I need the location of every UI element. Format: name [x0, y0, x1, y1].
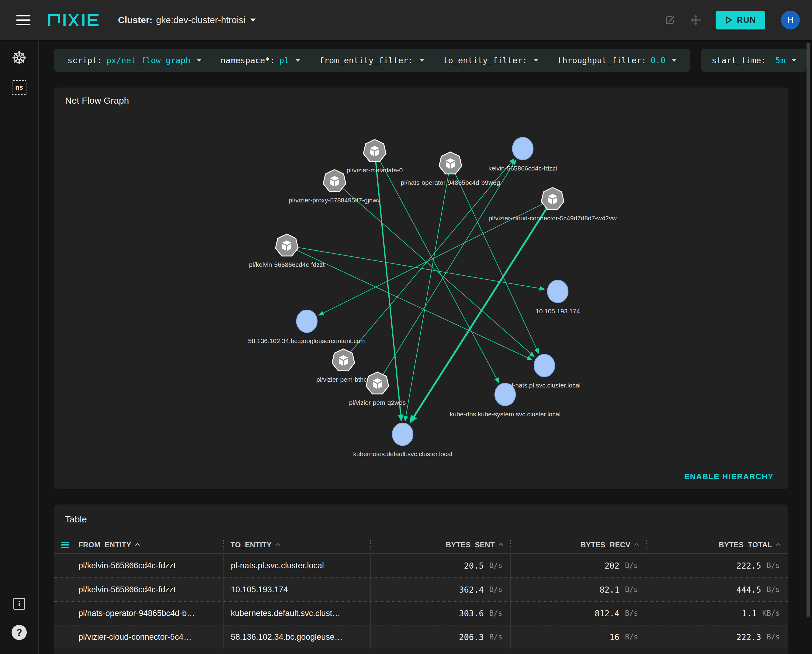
cell-value: 82.1 [600, 585, 619, 594]
graph-node-cloud-connector[interactable] [541, 188, 564, 209]
graph-node-kelvin-svc[interactable] [512, 138, 533, 160]
table-body: pl/kelvin-565866cd4c-fdzztpl-nats.pl.svc… [54, 554, 787, 648]
filter-from-entity-filter[interactable]: from_entity_filter: [310, 53, 434, 67]
chevron-down-icon [250, 18, 256, 22]
graph-node-kelvin-pod[interactable] [276, 234, 298, 256]
filter-to-entity-filter[interactable]: to_entity_filter: [434, 53, 548, 67]
chevron-down-icon [671, 59, 677, 62]
avatar[interactable]: H [781, 11, 800, 29]
cell-unit: B/s [625, 561, 638, 570]
move-icon [690, 14, 702, 26]
col-header-bytes-sent[interactable]: BYTES_SENT [371, 536, 510, 553]
service-circle-icon [392, 423, 413, 446]
service-circle-icon [547, 280, 568, 303]
flow-edge-pem-q2wds-to-kelvin-svc [377, 164, 513, 384]
cell-unit: B/s [625, 633, 638, 641]
pod-heptagon-icon [439, 152, 462, 174]
sort-icon [275, 543, 280, 548]
script-args-bar: script:px/net_flow_graphnamespace*:plfro… [54, 49, 690, 72]
filter-bar: script:px/net_flow_graphnamespace*:plfro… [54, 49, 787, 72]
table-row[interactable]: pl/nats-operator-94865bc4d-b…kubernetes.… [54, 601, 787, 625]
graph-node-nats-operator[interactable] [439, 152, 462, 174]
graph-node-label: pl/vizier-pem-q2wds [349, 399, 406, 406]
avatar-initial: H [787, 15, 794, 25]
graph-node-label: 58.136.102.34.bc.googleusercontent.com [248, 337, 366, 344]
graph-node-pl-nats[interactable] [534, 355, 555, 377]
move-widgets-button[interactable] [690, 14, 702, 26]
filter-namespace[interactable]: namespace*:pl [211, 53, 310, 67]
cluster-label: Cluster: [118, 15, 152, 25]
col-label: BYTES_TOTAL [719, 541, 772, 549]
cell-value: 362.4 [459, 585, 484, 594]
filter-label: throughput_filter: [558, 56, 647, 65]
cell-value: 10.105.193.174 [231, 585, 288, 594]
cluster-helm-icon[interactable]: ☸ [11, 49, 27, 67]
cluster-selector[interactable]: Cluster: gke:dev-cluster-htroisi [118, 15, 256, 25]
pod-heptagon-icon [541, 188, 564, 209]
pod-heptagon-icon [366, 372, 389, 394]
graph-node-kube-dns[interactable] [495, 383, 515, 406]
cell-bytes-total: 222.3B/s [646, 625, 787, 648]
graph-node-metadata[interactable] [363, 139, 386, 161]
table-menu-cell [54, 536, 71, 553]
graph-node-label: 10.105.193.174 [536, 307, 580, 315]
play-icon [725, 16, 732, 24]
filter-value: px/net_flow_graph [106, 56, 190, 65]
graph-node-ext58[interactable] [297, 310, 317, 333]
flow-graph-canvas[interactable]: pl/vizier-metadata-0pl/nats-operator-948… [54, 87, 787, 489]
table-row[interactable]: pl/kelvin-565866cd4c-fdzzt10.105.193.174… [54, 578, 787, 601]
flow-edge-nats-operator-to-kubernetes [406, 164, 451, 416]
cell-unit: B/s [625, 585, 638, 594]
pod-heptagon-icon [363, 139, 386, 161]
cell-bytes-total: 1.1KB/s [646, 602, 787, 625]
graph-node-label: pl/vizier-cloud-connector-5c49d7d8d7-w42… [489, 215, 617, 222]
help-icon[interactable]: ? [12, 625, 27, 640]
cell-bytes-recv: 82.1B/s [510, 578, 646, 601]
cell-bytes-recv: 812.4B/s [510, 602, 646, 625]
cell-value: pl-nats.pl.svc.cluster.local [231, 561, 324, 570]
table-row[interactable]: pl/kelvin-565866cd4c-fdzztpl-nats.pl.svc… [54, 554, 787, 578]
cell-unit: B/s [625, 609, 638, 617]
cell-value: 812.4 [594, 609, 619, 618]
cell-value: 206.3 [459, 633, 484, 642]
enable-hierarchy-button[interactable]: ENABLE HIERARCHY [684, 472, 774, 481]
info-icon[interactable]: i [13, 598, 25, 610]
col-header-bytes-recv[interactable]: BYTES_RECV [510, 536, 646, 553]
table-row[interactable]: pl/vizier-cloud-connector-5c4…58.136.102… [54, 625, 787, 648]
pixie-logo[interactable] [48, 14, 99, 26]
run-button[interactable]: RUN [715, 11, 765, 29]
cell-from-entity: pl/vizier-cloud-connector-5c4… [71, 625, 223, 648]
page-scrollbar[interactable] [806, 43, 810, 617]
col-header-bytes-total[interactable]: BYTES_TOTAL [646, 536, 787, 553]
edit-script-button[interactable] [664, 14, 676, 26]
pixie-live-view: Cluster: gke:dev-cluster-htroisi [0, 0, 812, 654]
help-icon-glyph: ? [16, 627, 22, 638]
flow-edge-arrowhead [398, 414, 404, 422]
namespace-icon[interactable]: ns [12, 80, 26, 95]
flow-edge-proxy-to-pl-nats [334, 181, 531, 353]
chevron-down-icon [533, 59, 539, 62]
col-label: FROM_ENTITY [78, 541, 132, 549]
filter-script[interactable]: script:px/net_flow_graph [58, 53, 211, 67]
graph-node-pem-bthc9[interactable] [332, 349, 355, 371]
edit-pencil-icon [664, 14, 676, 26]
cell-from-entity: pl/kelvin-565866cd4c-fdzzt [71, 554, 223, 578]
table-header: FROM_ENTITY TO_ENTITY BYTES_SENT BYTES_R… [54, 536, 787, 554]
col-header-from-entity[interactable]: FROM_ENTITY [71, 536, 223, 553]
graph-node-proxy[interactable] [323, 170, 346, 191]
cell-bytes-recv: 202B/s [510, 554, 646, 578]
cell-from-entity: pl/kelvin-565866cd4c-fdzzt [71, 578, 223, 601]
table-menu-icon[interactable] [61, 542, 69, 548]
graph-node-kubernetes[interactable] [392, 423, 413, 446]
sort-icon [498, 543, 503, 548]
graph-node-ip10[interactable] [547, 280, 568, 303]
filter-throughput-filter[interactable]: throughput_filter:0.0 [548, 53, 686, 67]
menu-icon[interactable] [17, 15, 31, 25]
graph-node-label: pl/nats-operator-94865bc4d-b9w6g [401, 179, 500, 186]
graph-node-pem-q2wds[interactable] [366, 372, 389, 394]
start-time-filter[interactable]: start_time: -5m [701, 49, 807, 72]
col-header-to-entity[interactable]: TO_ENTITY [223, 536, 371, 553]
run-button-label: RUN [737, 15, 756, 25]
table-panel-title: Table [54, 504, 787, 524]
graph-node-label: kelvin-565866cd4c-fdzzt [489, 165, 558, 172]
